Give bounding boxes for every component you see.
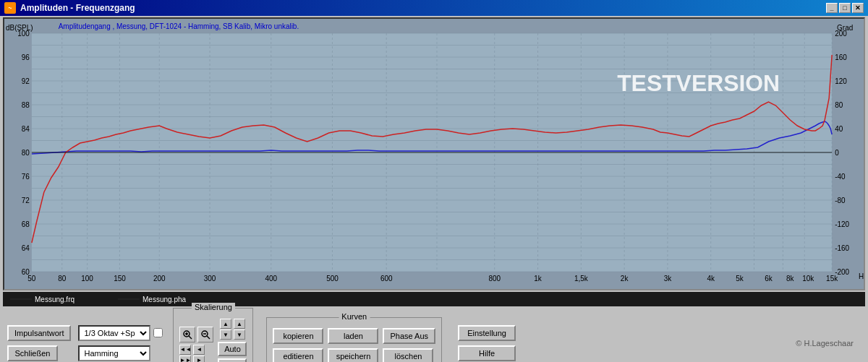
- legend-item-pha: Messung.pha: [118, 296, 186, 303]
- kurven-group: Kurven kopieren editieren laden speicher…: [266, 317, 442, 363]
- copyright-text: © H.Lageschaar: [796, 339, 861, 348]
- app-icon: ~: [4, 2, 16, 14]
- window-title: Amplituden - Frequenzgang: [20, 3, 826, 13]
- legend-bar: Messung.frq Messung.pha: [3, 292, 865, 306]
- svg-text:96: 96: [22, 53, 30, 61]
- svg-text:dB(SPL): dB(SPL): [6, 24, 33, 32]
- svg-text:-80: -80: [835, 197, 846, 204]
- svg-text:Amplitudengang , Messung, DFT-: Amplitudengang , Messung, DFT-1024 - Ham…: [59, 22, 299, 30]
- skalierung-label: Skalierung: [192, 303, 235, 311]
- arrow-down2[interactable]: ▼: [234, 329, 245, 340]
- svg-text:4k: 4k: [707, 275, 715, 283]
- svg-text:10k: 10k: [802, 275, 814, 283]
- auto-button[interactable]: Auto: [218, 342, 247, 356]
- laden-button[interactable]: laden: [328, 328, 378, 344]
- svg-text:3k: 3k: [664, 275, 672, 283]
- maximize-button[interactable]: □: [839, 3, 851, 13]
- svg-line-91: [189, 336, 192, 339]
- svg-text:300: 300: [204, 275, 216, 283]
- minimize-button[interactable]: _: [826, 3, 838, 13]
- svg-text:80: 80: [835, 101, 843, 109]
- arrow-up1[interactable]: ▲: [220, 319, 231, 329]
- hilfe-button[interactable]: Hilfe: [458, 345, 516, 361]
- svg-text:8k: 8k: [786, 275, 794, 283]
- svg-text:500: 500: [326, 275, 339, 283]
- octave-select[interactable]: 1/3 Oktav +Sp: [78, 325, 150, 341]
- phase-aus-button[interactable]: Phase Aus: [383, 328, 435, 344]
- title-bar: ~ Amplituden - Frequenzgang _ □ ✕: [0, 0, 868, 16]
- svg-text:600: 600: [380, 275, 393, 283]
- svg-text:80: 80: [22, 149, 30, 157]
- arrow-right[interactable]: ►: [193, 355, 205, 363]
- svg-text:80: 80: [58, 275, 67, 283]
- svg-text:40: 40: [835, 125, 843, 133]
- svg-text:1,5k: 1,5k: [574, 275, 588, 283]
- svg-text:1k: 1k: [534, 275, 542, 283]
- controls-area: Impulsantwort Schließen 1/3 Oktav +Sp Ha…: [0, 308, 868, 362]
- speichern-button[interactable]: speichern: [328, 348, 378, 363]
- legend-line-pha: [118, 298, 140, 300]
- arrow-right-right[interactable]: ►►: [179, 355, 191, 363]
- svg-text:2k: 2k: [621, 275, 629, 283]
- kopieren-button[interactable]: kopieren: [273, 328, 323, 344]
- svg-text:150: 150: [114, 275, 126, 283]
- svg-text:72: 72: [22, 197, 30, 204]
- legend-label-frq: Messung.frq: [35, 296, 75, 303]
- svg-text:-120: -120: [835, 220, 849, 228]
- svg-text:200: 200: [153, 275, 166, 283]
- right-buttons: Einstellung Hilfe: [458, 325, 516, 361]
- svg-line-95: [207, 336, 210, 339]
- svg-text:0: 0: [835, 149, 839, 157]
- svg-text:100: 100: [81, 275, 93, 283]
- svg-text:76: 76: [22, 173, 30, 181]
- zoom-in-button[interactable]: [179, 327, 195, 342]
- arrow-down1[interactable]: ▼: [220, 329, 231, 340]
- select-controls: 1/3 Oktav +Sp Hamming: [78, 325, 163, 361]
- svg-text:160: 160: [835, 53, 847, 61]
- left-controls: Impulsantwort Schließen: [7, 325, 71, 361]
- svg-text:Grad: Grad: [837, 24, 853, 32]
- svg-text:Hz: Hz: [859, 272, 864, 280]
- loschen-button[interactable]: löschen: [383, 348, 433, 363]
- svg-text:5k: 5k: [736, 275, 744, 283]
- svg-text:92: 92: [22, 77, 30, 85]
- svg-text:15k: 15k: [826, 275, 838, 283]
- close-button[interactable]: ✕: [852, 3, 864, 13]
- svg-text:50: 50: [27, 275, 36, 283]
- svg-text:TESTVERSION: TESTVERSION: [617, 70, 780, 96]
- legend-line-frq: [10, 298, 32, 300]
- impulse-button[interactable]: Impulsantwort: [7, 325, 71, 341]
- svg-text:120: 120: [835, 77, 847, 85]
- svg-text:6k: 6k: [765, 275, 773, 283]
- einstellung-button[interactable]: Einstellung: [458, 325, 516, 341]
- close-button[interactable]: Schließen: [7, 345, 58, 361]
- checkbox-input[interactable]: [153, 328, 163, 337]
- arrow-left-left[interactable]: ◄◄: [179, 345, 191, 355]
- svg-text:64: 64: [22, 244, 30, 252]
- svg-text:400: 400: [265, 275, 277, 283]
- chart-container: 100 96 92 88 84 80 76 72 68 64 60 200 16…: [3, 17, 865, 290]
- svg-text:-40: -40: [835, 173, 846, 181]
- svg-text:68: 68: [22, 220, 30, 228]
- window-select[interactable]: Hamming: [78, 345, 150, 361]
- legend-item-frq: Messung.frq: [10, 296, 75, 303]
- svg-text:800: 800: [488, 275, 501, 283]
- legend-label-pha: Messung.pha: [142, 296, 186, 303]
- editieren-button[interactable]: editieren: [273, 348, 323, 363]
- svg-text:88: 88: [22, 101, 30, 109]
- svg-text:84: 84: [22, 125, 30, 133]
- kurven-label: Kurven: [339, 312, 370, 321]
- svg-text:-160: -160: [835, 244, 849, 252]
- skalierung-group: Skalierung: [173, 308, 253, 362]
- arrow-up2[interactable]: ▲: [234, 319, 245, 329]
- window-controls: _ □ ✕: [826, 3, 864, 13]
- arrow-left[interactable]: ◄: [193, 345, 205, 355]
- zoom-out-button[interactable]: [197, 327, 213, 342]
- set-button[interactable]: Set: [218, 358, 247, 362]
